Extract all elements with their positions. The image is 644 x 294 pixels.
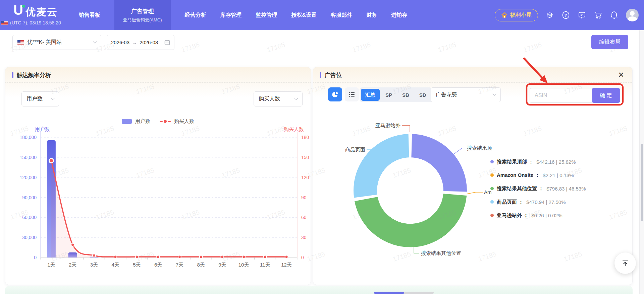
bell-icon[interactable] (610, 11, 619, 19)
nav-item-authorization[interactable]: 授权&设置 (291, 12, 317, 19)
line-point[interactable] (242, 255, 245, 259)
svg-text:4天: 4天 (111, 262, 119, 268)
tab-sp[interactable]: SP (381, 89, 396, 101)
help-icon[interactable]: ? (561, 11, 570, 19)
nav-item-purchase-sale[interactable]: 进销存 (391, 12, 407, 19)
close-icon[interactable]: ✕ (618, 71, 624, 79)
scrollbar-thumb[interactable] (374, 292, 404, 294)
svg-text:90: 90 (301, 195, 307, 200)
callout-line-offsite (402, 126, 410, 132)
nav-item-finance[interactable]: 财务 (366, 12, 377, 19)
svg-text:180: 180 (301, 135, 309, 140)
asin-input[interactable] (530, 88, 592, 103)
line-point[interactable] (200, 255, 203, 259)
top-navbar: U 优麦云 (UTC-7): 03/19 18:58:20 销售看板 广告管理 … (0, 0, 644, 30)
svg-text:用户数: 用户数 (35, 126, 50, 132)
svg-text:30,000: 30,000 (22, 235, 37, 240)
welfare-house-button[interactable]: 福利小屋 (495, 9, 538, 21)
svg-text:?: ? (565, 13, 567, 18)
line-point[interactable] (93, 254, 96, 257)
nav-item-ad-management[interactable]: 广告管理 亚马逊营销云(AMC) (114, 0, 171, 30)
store-selector[interactable]: 优***K- 美国站 (12, 35, 101, 50)
horizontal-scrollbar[interactable] (374, 292, 434, 294)
nav-item-business-analysis[interactable]: 经营分析 (185, 12, 206, 19)
feedback-icon[interactable] (578, 11, 586, 19)
donut-slice[interactable] (411, 134, 467, 192)
filter-bar: 优***K- 美国站 2026-03 → 2026-03 编辑布局 (0, 30, 644, 54)
svg-text:6天: 6天 (154, 262, 162, 268)
cart-icon[interactable] (594, 11, 602, 19)
scrollbar-thumb[interactable] (641, 144, 643, 221)
svg-text:9天: 9天 (218, 262, 226, 268)
callout-line-top-search (454, 148, 466, 154)
tab-sd[interactable]: SD (415, 89, 431, 101)
ai-assistant-icon[interactable]: AI (545, 11, 554, 19)
legend-buyers-label[interactable]: 购买人数 (174, 118, 194, 125)
line-point[interactable] (285, 255, 288, 259)
callout-line-amazon-onsite (467, 192, 483, 194)
timezone-label: (UTC-7): 03/19 18:58:20 (10, 20, 61, 25)
to-top-icon (621, 259, 630, 268)
chart-legend: 用户数 购买人数 (5, 118, 311, 125)
page-scrollbar[interactable] (639, 30, 644, 294)
tab-summary[interactable]: 汇总 (361, 89, 380, 101)
nav-item-inventory[interactable]: 库存管理 (220, 12, 242, 19)
reach-frequency-panel: 触达频率分析 用户数 购买人数 用户数 购买人数 用户数购买人数180,0001… (5, 67, 311, 285)
ad-placement-donut-chart: 亚马逊站外 搜索结果顶 Am 商品页面 搜索结果其他位置 (333, 119, 508, 263)
svg-text:5天: 5天 (133, 262, 141, 268)
legend-row: 搜索结果其他位置 ：$796.83 | 46.53% (490, 182, 586, 195)
tab-sb[interactable]: SB (398, 89, 414, 101)
navbar-right-cluster: 福利小屋 AI ? (495, 0, 639, 30)
nav-subtitle-amc: 亚马逊营销云(AMC) (123, 17, 162, 23)
line-point[interactable] (71, 243, 74, 246)
svg-text:90,000: 90,000 (22, 195, 37, 200)
nav-item-customer-email[interactable]: 客服邮件 (331, 12, 352, 19)
svg-text:8天: 8天 (197, 262, 205, 268)
pie-view-button[interactable] (328, 87, 342, 101)
svg-text:180,000: 180,000 (19, 135, 37, 140)
svg-text:30: 30 (301, 235, 307, 240)
line-point[interactable] (114, 255, 117, 259)
store-name: 优***K- 美国站 (27, 39, 62, 46)
line-point[interactable] (178, 255, 181, 259)
nav-item-sales-board[interactable]: 销售看板 (79, 12, 100, 19)
date-range-picker[interactable]: 2026-03 → 2026-03 (107, 35, 174, 50)
callout-other-search: 搜索结果其他位置 (421, 250, 461, 256)
panel-header: 广告位 ✕ (313, 67, 632, 83)
avatar[interactable] (626, 9, 639, 21)
edit-layout-button[interactable]: 编辑布局 (591, 35, 628, 49)
legend-row: Amazon Onsite ：$2.21 | 0.13% (490, 168, 586, 182)
svg-text:购买人数: 购买人数 (284, 126, 304, 132)
donut-slice[interactable] (354, 193, 467, 247)
svg-text:12天: 12天 (281, 262, 292, 268)
callout-top-search: 搜索结果顶 (467, 145, 492, 151)
svg-text:2天: 2天 (69, 262, 76, 268)
chevron-down-icon (93, 40, 97, 43)
svg-text:150,000: 150,000 (19, 155, 37, 160)
line-point[interactable] (135, 255, 138, 259)
legend-users-label[interactable]: 用户数 (135, 118, 150, 125)
line-point[interactable] (221, 255, 224, 259)
ad-placement-panel: 广告位 ✕ 汇总 SP SB SD 广告花费 确 定 亚马逊站外 搜索结果顶 A… (313, 67, 633, 285)
brand-name: 优麦云 (25, 5, 58, 19)
list-view-button[interactable] (345, 87, 359, 101)
line-point[interactable] (157, 255, 160, 259)
confirm-button[interactable]: 确 定 (592, 88, 620, 103)
donut-slices[interactable] (353, 134, 467, 247)
reach-frequency-chart: 用户数购买人数180,000180150,000150120,00012090,… (5, 67, 311, 285)
back-to-top-button[interactable] (614, 252, 636, 274)
nav-item-monitoring[interactable]: 监控管理 (256, 12, 277, 19)
title-accent-bar (320, 72, 321, 78)
svg-text:AI: AI (549, 14, 551, 17)
list-icon (348, 91, 355, 98)
donut-slice[interactable] (353, 134, 410, 198)
date-arrow: → (132, 40, 137, 45)
line-point[interactable] (49, 158, 53, 163)
legend-users-swatch[interactable] (122, 119, 132, 124)
legend-buyers-marker[interactable] (160, 120, 171, 123)
metric-select-ad-spend[interactable]: 广告花费 (431, 87, 501, 102)
svg-text:1天: 1天 (47, 262, 55, 268)
calendar-icon (164, 40, 170, 45)
pie-chart-icon (331, 91, 339, 98)
line-point[interactable] (264, 255, 267, 259)
